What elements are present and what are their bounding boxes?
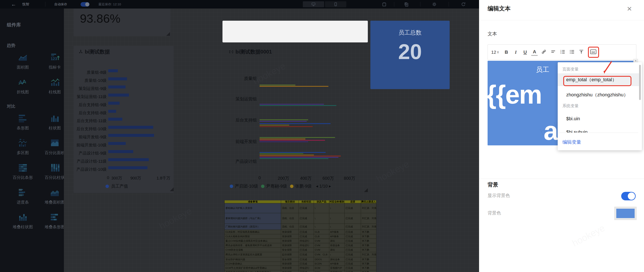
table-row[interactable]: 单线机器在区域和中心的ip个数和带宽确认资源保障已完成ECM音视频P2P已完成李…: [224, 270, 376, 272]
legend-item[interactable]: 尹骞翮-9级: [261, 183, 287, 189]
pager-next-icon[interactable]: ▶: [329, 184, 331, 188]
table-row[interactable]: CLB大规格实例的预留资源保障已完成CLBAPI服务已完成李万鹏: [224, 234, 376, 239]
desktop-view-button[interactable]: [303, 1, 324, 7]
table-row[interactable]: 重点CVM实例重点保障及对应业务确认资源保障持续进行CVM源站已完成李万鹏: [224, 239, 376, 243]
sidebar-item-label: 百分比面积: [45, 150, 64, 156]
sidebar-item-堆叠面积图[interactable]: 堆叠面积图: [39, 188, 64, 205]
table-row[interactable]: CLB实例，对应场景及规格确认资源保障已完成CLBAPI服务已完成李万鹏: [224, 230, 376, 234]
line-chart-icon: [18, 78, 28, 88]
table-cell: 安全防护阈值问题: [224, 257, 281, 262]
bar: [260, 105, 336, 106]
sidebar-item-条形图[interactable]: 条形图: [7, 114, 39, 131]
sidebar-item-堆叠柱状图[interactable]: 堆叠柱状图: [7, 213, 39, 230]
bar-chart-card[interactable]: bi测试数据 质量组-8级质量组-10级策划运营组-9级策划运营组-11级后台支…: [74, 46, 174, 193]
table-header-row: 准备事项项目类别当前状态涉及产品对应业务模块进度腾讯云跟进人: [224, 200, 376, 203]
table-cell: 已完成: [344, 243, 361, 248]
variable-button[interactable]: {x}: [590, 48, 596, 56]
dropdown-option-bi-subuin[interactable]: $bi.subuin: [558, 128, 639, 132]
table-row[interactable]: CVM防攻击策略安全保障已完成CVM源站已完成李万鹏: [224, 248, 376, 252]
total-card-value: 20: [370, 40, 450, 64]
chart-legend[interactable]: 严启团-10级尹骞翮-9级张鹏-9级◀1/10▶: [230, 183, 331, 189]
table-cell: 李万鹏: [361, 262, 376, 266]
close-icon[interactable]: ✕: [627, 5, 632, 12]
sidebar-item-堆叠条形图[interactable]: 堆叠条形图: [39, 213, 64, 230]
total-card-title: 员工总数: [370, 29, 450, 36]
chart-legend[interactable]: 员工产值: [106, 183, 128, 189]
chart-title: bi测试数据0001: [236, 48, 272, 55]
resize-handle-icon[interactable]: [166, 32, 170, 36]
legend-item[interactable]: 严启团-10级: [230, 183, 258, 189]
bar-h-chart-icon: [18, 114, 28, 124]
sidebar-item-百分比柱状[interactable]: 百分比柱状: [39, 163, 64, 180]
copy-page-button[interactable]: [402, 2, 410, 7]
bold-button[interactable]: B: [503, 48, 510, 56]
prep-items-table[interactable]: 准备事项项目类别当前状态涉及产品对应业务模块进度腾讯云跟进人赛程确认与护航人员安…: [224, 200, 376, 272]
table-row[interactable]: 赛事期间问题沟通群（与云厂商）流程、信息已完成\\已完成刘汇源、刘海平: [224, 213, 376, 224]
sidebar-item-柱状图[interactable]: 柱状图: [39, 114, 64, 131]
table-row[interactable]: ECDN量级确认资源保障已完成ECDNAPI服务已完成李万鹏: [224, 262, 376, 266]
dashboard-canvas[interactable]: hookeye hookeye hookeye hookeye 93.86% b…: [64, 8, 479, 272]
white-widget[interactable]: [222, 21, 368, 42]
table-cell: CLB实例，对应场景及规格确认: [224, 230, 281, 234]
edit-text-panel: 编辑文本 ✕ 文本 12▲▼BIUA123{x} 员工 {{em al ▲ 页面…: [479, 0, 644, 272]
sidebar-item-多区图[interactable]: 多区图: [7, 138, 39, 156]
table-cell: 安全保障: [281, 257, 299, 262]
sidebar-item-进度条[interactable]: 进度条: [7, 188, 39, 205]
table-row[interactable]: 安全防护阈值问题安全保障已完成DDOS源站业务已完成李万鹏: [224, 257, 376, 262]
align-button[interactable]: [550, 48, 556, 56]
sidebar-item-指标卡[interactable]: 123指标卡: [39, 53, 64, 70]
dropdown-scrollbar[interactable]: [639, 65, 641, 100]
resize-handle-icon[interactable]: [364, 188, 368, 192]
background-color-swatch[interactable]: [614, 207, 636, 220]
refresh-button[interactable]: [459, 2, 468, 7]
bar: [260, 153, 303, 154]
settings-button[interactable]: [430, 2, 438, 7]
table-row[interactable]: 腾讯云弹性计算资源监控大盘配置监控保障已完成CVM、CLB\已完成刘汇源、刘海平: [224, 252, 376, 257]
dropdown-option-bi-uin[interactable]: $bi.uin: [558, 114, 639, 124]
show-background-toggle[interactable]: [621, 192, 636, 200]
scroll-up-icon[interactable]: ▲: [633, 59, 638, 62]
table-row[interactable]: 腾讯全链路排查，避免要用时开不出机器来资源保障持续进行CVM容器业务已完成李万鹏: [224, 243, 376, 248]
unordered-list-button[interactable]: [569, 48, 575, 56]
sidebar-item-label: 堆叠柱状图: [13, 224, 33, 230]
table-cell: 资源保障: [281, 270, 299, 272]
mobile-view-button[interactable]: [325, 1, 346, 7]
bar: [108, 94, 129, 96]
font-size-stepper[interactable]: 12▲▼: [491, 48, 499, 56]
autosave-toggle[interactable]: [80, 2, 90, 6]
table-cell: 已完成: [344, 270, 361, 272]
table-header-cell: 当前状态: [299, 200, 314, 203]
sidebar-item-面积图[interactable]: 面积图: [7, 53, 39, 70]
table-row[interactable]: 赛程确认与护航人员安排流程、信息已完成\\已完成刘汇源、刘海平: [224, 203, 376, 213]
divider: [479, 20, 644, 20]
legend-item[interactable]: 张鹏-9级: [290, 183, 312, 189]
table-row[interactable]: 厂商转推问题沟通群（源流方）流程、信息已完成\\已完成刘汇源、刘海平: [224, 224, 376, 230]
bar: [108, 118, 122, 121]
back-arrow-icon[interactable]: ←: [11, 0, 16, 8]
link-button[interactable]: [541, 48, 547, 56]
ordered-list-button[interactable]: 123: [560, 48, 566, 56]
sidebar-item-百分比条形[interactable]: 百分比条形: [7, 163, 39, 180]
line-height-button[interactable]: [578, 48, 584, 56]
table-cell: 厂商转推问题沟通群（源流方）: [224, 224, 281, 230]
grouped-bar-chart-card[interactable]: bi测试数据0001 质量组策划运营组后台支持组前端开发组产品设计组 0200万…: [224, 46, 368, 193]
total-employees-card[interactable]: 员工总数 20: [370, 21, 450, 89]
bar: [260, 156, 341, 156]
italic-button[interactable]: I: [512, 48, 519, 56]
table-cell: ECM: [314, 266, 329, 270]
stepper-arrows-icon[interactable]: ▲▼: [497, 51, 499, 54]
pager-prev-icon[interactable]: ◀: [316, 184, 318, 188]
dropdown-option-zhongzhishu[interactable]: zhongzhishu（zhongzhishu）: [558, 90, 639, 100]
table-cell: 已完成: [299, 224, 314, 230]
save-page-button[interactable]: [380, 2, 388, 7]
table-row[interactable]: ECM节点资源扩容需求确认&带宽确认资源保障持续进行ECM音视频P2P已完成李万…: [224, 266, 376, 270]
sidebar-item-柱线图[interactable]: 柱线图: [39, 78, 64, 95]
font-color-button[interactable]: A: [531, 48, 538, 56]
sidebar-item-折线图[interactable]: 折线图: [7, 78, 39, 95]
table-cell: 监控保障: [281, 252, 299, 257]
sidebar-item-百分比面积[interactable]: 百分比面积: [39, 138, 64, 156]
metric-card[interactable]: 93.86%: [74, 8, 170, 36]
underline-button[interactable]: U: [522, 48, 528, 56]
edit-variables-link[interactable]: 编辑变量: [562, 139, 581, 146]
resize-handle-icon[interactable]: [170, 187, 174, 191]
